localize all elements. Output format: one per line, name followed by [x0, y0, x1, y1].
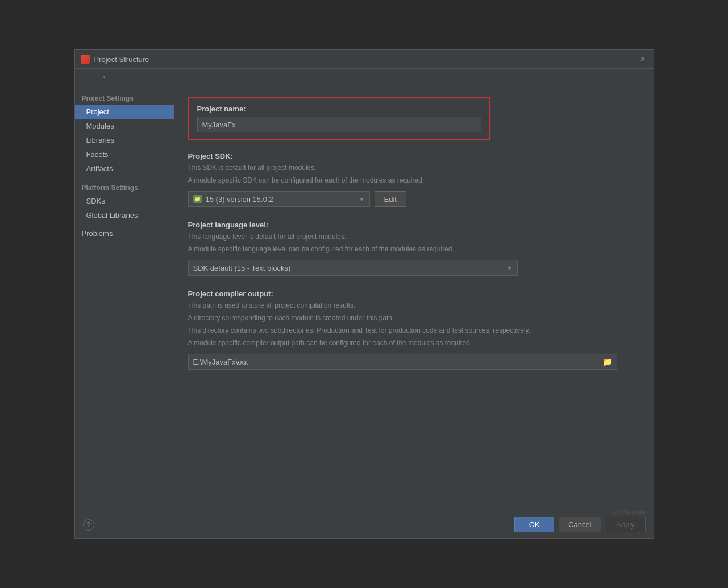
language-level-desc1: This language level is default for all p…: [188, 231, 640, 242]
compiler-output-section: Project compiler output: This path is us…: [188, 289, 640, 370]
compiler-output-desc4: A module specific compiler output path c…: [188, 338, 640, 348]
project-name-input[interactable]: [197, 117, 481, 132]
sdk-desc1: This SDK is default for all project modu…: [188, 163, 640, 173]
language-level-desc2: A module specific language level can be …: [188, 244, 640, 254]
platform-settings-label: Platform Settings: [75, 179, 174, 194]
project-name-box: Project name:: [188, 97, 490, 140]
nav-row: ← →: [75, 69, 654, 85]
language-level-title: Project language level:: [188, 221, 640, 229]
compiler-output-desc2: A directory corresponding to each module…: [188, 313, 640, 323]
sdk-edit-button[interactable]: Edit: [375, 191, 406, 207]
sdk-desc2: A module specific SDK can be configured …: [188, 175, 640, 185]
sidebar-item-artifacts[interactable]: Artifacts: [75, 162, 174, 176]
compiler-output-desc3: This directory contains two subdirectori…: [188, 325, 640, 336]
sidebar-item-problems[interactable]: Problems: [75, 225, 174, 241]
sidebar-item-sdks[interactable]: SDKs: [75, 194, 174, 208]
footer: ? OK Cancel Apply: [75, 511, 654, 538]
language-dropdown-arrow: ▼: [507, 265, 513, 271]
close-button[interactable]: ×: [638, 53, 647, 65]
sidebar-item-facets[interactable]: Facets: [75, 147, 174, 162]
ok-button[interactable]: OK: [514, 517, 554, 532]
forward-button[interactable]: →: [97, 71, 109, 82]
main-panel: Project name: Project SDK: This SDK is d…: [174, 85, 654, 511]
project-name-section: Project name:: [188, 97, 640, 140]
app-icon: [81, 55, 90, 64]
sidebar-item-project[interactable]: Project: [75, 105, 174, 119]
project-structure-dialog: Project Structure × ← → Project Settings…: [74, 49, 654, 539]
language-level-value: SDK default (15 - Text blocks): [193, 264, 291, 272]
sidebar: Project Settings Project Modules Librari…: [75, 85, 174, 511]
content-area: Project Settings Project Modules Librari…: [75, 85, 654, 511]
sidebar-item-global-libraries[interactable]: Global Libraries: [75, 208, 174, 222]
compiler-output-desc1: This path is used to store all project c…: [188, 300, 640, 310]
sdk-folder-icon: 📁: [193, 195, 202, 203]
sdk-title: Project SDK:: [188, 152, 640, 160]
project-settings-label: Project Settings: [75, 90, 174, 105]
compiler-output-title: Project compiler output:: [188, 289, 640, 298]
sidebar-item-libraries[interactable]: Libraries: [75, 133, 174, 147]
compiler-output-value: E:\MyJavaFx\out: [193, 358, 248, 366]
sdk-dropdown[interactable]: 📁 15 (3) version 15.0.2 ▼: [188, 191, 370, 207]
compiler-output-browse-icon[interactable]: 📁: [602, 357, 612, 366]
watermark: CSDN @okid: [614, 509, 648, 515]
sdk-dropdown-arrow: ▼: [359, 196, 365, 202]
sdk-row: 📁 15 (3) version 15.0.2 ▼ Edit: [188, 191, 640, 207]
apply-button[interactable]: Apply: [606, 517, 646, 532]
cancel-button[interactable]: Cancel: [559, 517, 601, 532]
back-button[interactable]: ←: [81, 71, 93, 82]
project-name-label: Project name:: [197, 105, 481, 113]
help-button[interactable]: ?: [83, 519, 94, 531]
titlebar: Project Structure ×: [75, 50, 654, 69]
sdk-section: Project SDK: This SDK is default for all…: [188, 152, 640, 207]
language-level-section: Project language level: This language le…: [188, 221, 640, 276]
sidebar-item-modules[interactable]: Modules: [75, 119, 174, 133]
compiler-output-field[interactable]: E:\MyJavaFx\out 📁: [188, 354, 617, 370]
language-level-dropdown[interactable]: SDK default (15 - Text blocks) ▼: [188, 260, 518, 276]
sdk-value: 15 (3) version 15.0.2: [206, 195, 273, 204]
titlebar-title: Project Structure: [94, 55, 634, 64]
